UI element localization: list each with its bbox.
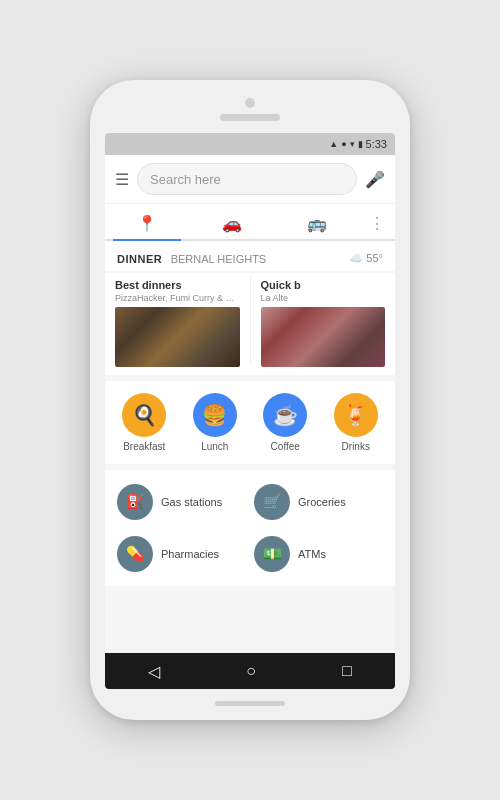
groceries-label: Groceries [298,496,346,508]
category-drinks[interactable]: 🍹 Drinks [328,393,384,452]
category-coffee[interactable]: ☕ Coffee [257,393,313,452]
breakfast-icon: 🍳 [122,393,166,437]
dinner-header: DINNER BERNAL HEIGHTS ☁️ 55° [105,241,395,271]
wifi-icon: ▾ [350,139,355,149]
search-input[interactable]: Search here [137,163,357,195]
phone-frame: ▲ ● ▾ ▮ 5:33 ☰ Search here 🎤 📍 🚗 [90,80,410,720]
status-bar: ▲ ● ▾ ▮ 5:33 [105,133,395,155]
pharmacies-icon: 💊 [117,536,153,572]
home-button[interactable]: ○ [230,658,272,684]
coffee-label: Coffee [271,441,300,452]
card-2-image [261,307,386,367]
pharmacies-label: Pharmacies [161,548,219,560]
weather-temp: 55° [366,252,383,264]
dinner-card-1[interactable]: Best dinners PizzaHacker, Fumi Curry & R… [105,273,250,367]
recent-button[interactable]: □ [326,658,368,684]
location-status-icon: ▲ [329,139,338,149]
utility-pharmacies[interactable]: 💊 Pharmacies [117,532,246,576]
drinks-icon: 🍹 [334,393,378,437]
dinner-label: DINNER [117,253,162,265]
phone-top [100,98,400,127]
tab-driving[interactable]: 🚗 [190,208,275,239]
phone-bottom [215,697,285,706]
content-area: DINNER BERNAL HEIGHTS ☁️ 55° Best dinner… [105,241,395,653]
status-time: 5:33 [366,138,387,150]
coffee-icon: ☕ [263,393,307,437]
card-1-subtitle: PizzaHacker, Fumi Curry & Ramen, The Fro… [115,293,240,303]
category-lunch[interactable]: 🍔 Lunch [187,393,243,452]
more-options-icon[interactable]: ⋮ [359,208,395,239]
utility-groceries[interactable]: 🛒 Groceries [254,480,383,524]
utility-gas[interactable]: ⛽ Gas stations [117,480,246,524]
atms-label: ATMs [298,548,326,560]
driving-icon: 🚗 [222,214,242,233]
mic-icon[interactable]: 🎤 [365,170,385,189]
card-2-title: Quick b [261,279,386,291]
bottom-nav-bar: ◁ ○ □ [105,653,395,689]
utility-atms[interactable]: 💵 ATMs [254,532,383,576]
nav-tabs: 📍 🚗 🚌 ⋮ [105,204,395,241]
dinner-label-row: DINNER BERNAL HEIGHTS [117,249,266,267]
dinner-cards: Best dinners PizzaHacker, Fumi Curry & R… [105,273,395,375]
card-1-title: Best dinners [115,279,240,291]
dinner-weather: ☁️ 55° [349,252,383,265]
transit-icon: 🚌 [307,214,327,233]
data-icon: ● [341,139,346,149]
camera [245,98,255,108]
drinks-label: Drinks [342,441,370,452]
utility-section: ⛽ Gas stations 🛒 Groceries 💊 Pharmacies … [105,470,395,586]
weather-icon: ☁️ [349,252,363,265]
tab-places[interactable]: 📍 [105,208,190,239]
category-breakfast[interactable]: 🍳 Breakfast [116,393,172,452]
screen: ▲ ● ▾ ▮ 5:33 ☰ Search here 🎤 📍 🚗 [105,133,395,689]
back-button[interactable]: ◁ [132,658,176,685]
battery-icon: ▮ [358,139,363,149]
search-bar: ☰ Search here 🎤 [105,155,395,204]
gas-icon: ⛽ [117,484,153,520]
status-icons: ▲ ● ▾ ▮ 5:33 [329,138,387,150]
dinner-card-2[interactable]: Quick b La Alte [251,273,396,367]
tab-transit[interactable]: 🚌 [274,208,359,239]
card-1-image [115,307,240,367]
atms-icon: 💵 [254,536,290,572]
category-section: 🍳 Breakfast 🍔 Lunch ☕ Coffee 🍹 Drinks [105,381,395,464]
lunch-label: Lunch [201,441,228,452]
groceries-icon: 🛒 [254,484,290,520]
breakfast-label: Breakfast [123,441,165,452]
home-bar [215,701,285,706]
places-icon: 📍 [137,214,157,233]
dinner-location: BERNAL HEIGHTS [171,253,267,265]
card-2-subtitle: La Alte [261,293,386,303]
speaker [220,114,280,121]
hamburger-icon[interactable]: ☰ [115,170,129,189]
lunch-icon: 🍔 [193,393,237,437]
gas-label: Gas stations [161,496,222,508]
